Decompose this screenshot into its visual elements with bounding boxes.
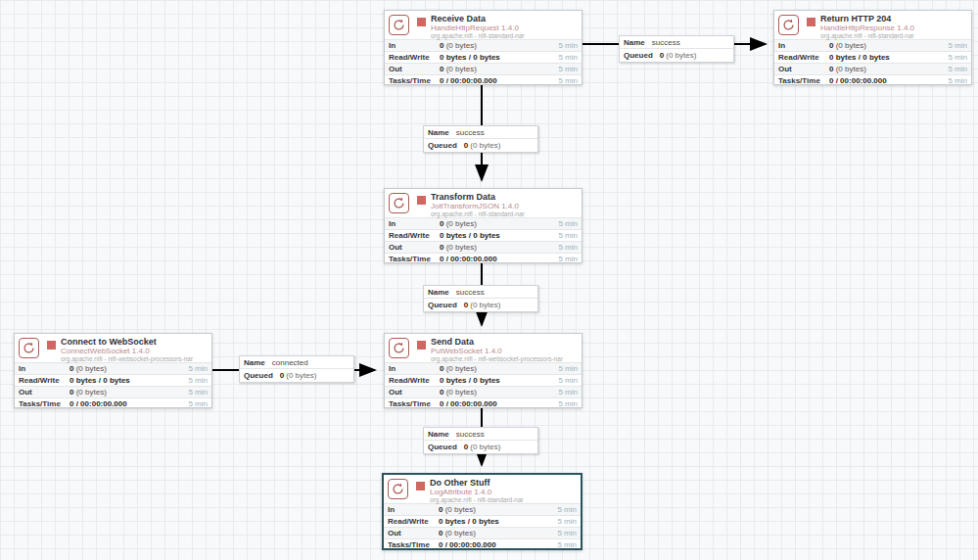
stat-label-readwrite: Read/Write	[389, 231, 440, 240]
stat-value-taskstime: 0 / 00:00:00.000	[440, 76, 550, 85]
stat-value-out: 0 (0 bytes)	[70, 388, 180, 397]
processor-receive-data[interactable]: Receive Data HandleHttpRequest 1.4.0 org…	[384, 10, 582, 85]
processor-header: Transform Data JoltTransformJSON 1.4.0 o…	[385, 189, 582, 217]
processor-name: Connect to WebSocket	[61, 337, 193, 347]
circular-arrows-icon	[778, 15, 799, 35]
connection-queued-value: 0(0 bytes)	[660, 51, 697, 60]
stat-label-out: Out	[389, 243, 440, 252]
connection-name-value: success	[456, 430, 485, 439]
stat-label-taskstime: Tasks/Time	[389, 399, 440, 408]
processor-header: Send Data PutWebSocket 1.4.0 org.apache.…	[385, 334, 582, 362]
processor-header: Connect to WebSocket ConnectWebSocket 1.…	[15, 334, 211, 362]
stat-label-taskstime: Tasks/Time	[388, 540, 439, 549]
stat-window: 5 min	[180, 376, 208, 385]
connection-name-label: Name	[428, 288, 449, 297]
processor-type: PutWebSocket 1.4.0	[431, 347, 563, 355]
processor-transform-data[interactable]: Transform Data JoltTransformJSON 1.4.0 o…	[384, 188, 582, 263]
stat-value-in: 0 (0 bytes)	[440, 219, 550, 228]
processor-name: Return HTTP 204	[820, 14, 914, 23]
stat-window: 5 min	[550, 41, 578, 50]
processor-connect-to-websocket[interactable]: Connect to WebSocket ConnectWebSocket 1.…	[14, 333, 212, 408]
processor-send-data[interactable]: Send Data PutWebSocket 1.4.0 org.apache.…	[384, 333, 582, 408]
stat-label-out: Out	[19, 388, 70, 397]
processor-return-http-204[interactable]: Return HTTP 204 HandleHttpResponse 1.4.0…	[773, 10, 972, 85]
connection-name-label: Name	[428, 128, 449, 137]
stat-window: 5 min	[180, 399, 208, 408]
processor-name: Do Other Stuff	[430, 478, 524, 488]
stat-value-readwrite: 0 bytes / 0 bytes	[70, 376, 180, 385]
stat-value-readwrite: 0 bytes / 0 bytes	[440, 231, 550, 240]
connection-queued-label: Queued	[428, 301, 457, 309]
connection-queued-label: Queued	[624, 51, 653, 60]
circular-arrows-icon	[388, 479, 408, 499]
stopped-square-icon	[417, 196, 426, 205]
stat-value-out: 0 (0 bytes)	[440, 65, 550, 73]
connection-transform-to-send[interactable]: Namesuccess Queued0(0 bytes)	[423, 285, 538, 312]
stat-window: 5 min	[549, 517, 577, 526]
stat-value-in: 0 (0 bytes)	[440, 41, 550, 50]
stat-label-taskstime: Tasks/Time	[778, 76, 829, 85]
processor-name: Receive Data	[431, 14, 525, 23]
stat-label-in: In	[389, 41, 440, 50]
connection-connect-to-send[interactable]: Nameconnected Queued0(0 bytes)	[239, 355, 354, 383]
stat-window: 5 min	[550, 399, 578, 408]
stopped-square-icon	[417, 341, 426, 350]
stat-window: 5 min	[550, 376, 578, 385]
stat-window: 5 min	[550, 65, 578, 73]
connection-name-value: success	[456, 128, 485, 137]
stat-label-taskstime: Tasks/Time	[389, 76, 440, 85]
processor-type: ConnectWebSocket 1.4.0	[61, 347, 193, 355]
circular-arrows-icon	[389, 15, 409, 35]
stat-value-readwrite: 0 bytes / 0 bytes	[829, 53, 940, 62]
processor-stats: In0 (0 bytes)5 min Read/Write0 bytes / 0…	[385, 217, 582, 264]
stat-value-out: 0 (0 bytes)	[440, 243, 550, 252]
stat-value-in: 0 (0 bytes)	[439, 505, 549, 514]
stat-window: 5 min	[940, 65, 967, 73]
stat-window: 5 min	[549, 529, 577, 537]
stat-window: 5 min	[550, 364, 578, 373]
stat-value-in: 0 (0 bytes)	[70, 364, 180, 373]
stat-window: 5 min	[550, 243, 578, 252]
connection-queued-value: 0(0 bytes)	[464, 443, 501, 451]
connection-queued-label: Queued	[428, 141, 457, 150]
connection-send-to-dootherstuff[interactable]: Namesuccess Queued0(0 bytes)	[423, 427, 538, 454]
stat-label-readwrite: Read/Write	[389, 376, 440, 385]
stat-window: 5 min	[180, 388, 208, 397]
stat-window: 5 min	[549, 540, 577, 549]
stat-value-taskstime: 0 / 00:00:00.000	[440, 255, 550, 263]
processor-bundle: org.apache.nifi - nifi-standard-nar	[431, 210, 525, 218]
processor-stats: In0 (0 bytes)5 min Read/Write0 bytes / 0…	[385, 362, 582, 409]
connection-queued-label: Queued	[428, 443, 457, 451]
processor-type: HandleHttpRequest 1.4.0	[431, 23, 525, 32]
processor-type: LogAttribute 1.4.0	[430, 488, 524, 496]
stat-label-out: Out	[389, 388, 440, 397]
processor-header: Receive Data HandleHttpRequest 1.4.0 org…	[385, 11, 582, 39]
stat-window: 5 min	[550, 76, 578, 85]
stat-label-readwrite: Read/Write	[388, 517, 439, 526]
stat-label-in: In	[778, 41, 829, 50]
stat-label-readwrite: Read/Write	[389, 53, 440, 62]
stat-label-taskstime: Tasks/Time	[19, 399, 70, 408]
connection-receive-to-transform[interactable]: Namesuccess Queued0(0 bytes)	[423, 125, 538, 153]
processor-type: JoltTransformJSON 1.4.0	[431, 202, 525, 210]
connection-receive-to-return[interactable]: Namesuccess Queued0(0 bytes)	[619, 35, 734, 63]
stat-label-readwrite: Read/Write	[778, 53, 829, 62]
stat-value-readwrite: 0 bytes / 0 bytes	[439, 517, 549, 526]
stat-window: 5 min	[940, 53, 967, 62]
connection-queued-value: 0(0 bytes)	[464, 301, 501, 309]
stopped-square-icon	[416, 482, 425, 490]
stat-label-taskstime: Tasks/Time	[389, 255, 440, 263]
processor-header: Return HTTP 204 HandleHttpResponse 1.4.0…	[774, 11, 971, 39]
stat-label-in: In	[19, 364, 70, 373]
connection-name-label: Name	[428, 430, 449, 439]
stat-value-in: 0 (0 bytes)	[440, 364, 550, 373]
connection-queued-value: 0(0 bytes)	[280, 371, 317, 380]
processor-header: Do Other Stuff LogAttribute 1.4.0 org.ap…	[384, 475, 581, 503]
stat-label-in: In	[388, 505, 439, 514]
processor-do-other-stuff[interactable]: Do Other Stuff LogAttribute 1.4.0 org.ap…	[382, 473, 582, 550]
processor-bundle: org.apache.nifi - nifi-websocket-process…	[61, 355, 193, 363]
processor-bundle: org.apache.nifi - nifi-standard-nar	[431, 32, 525, 40]
connection-name-label: Name	[624, 38, 645, 47]
stat-window: 5 min	[940, 76, 967, 85]
connection-queued-label: Queued	[244, 371, 273, 380]
